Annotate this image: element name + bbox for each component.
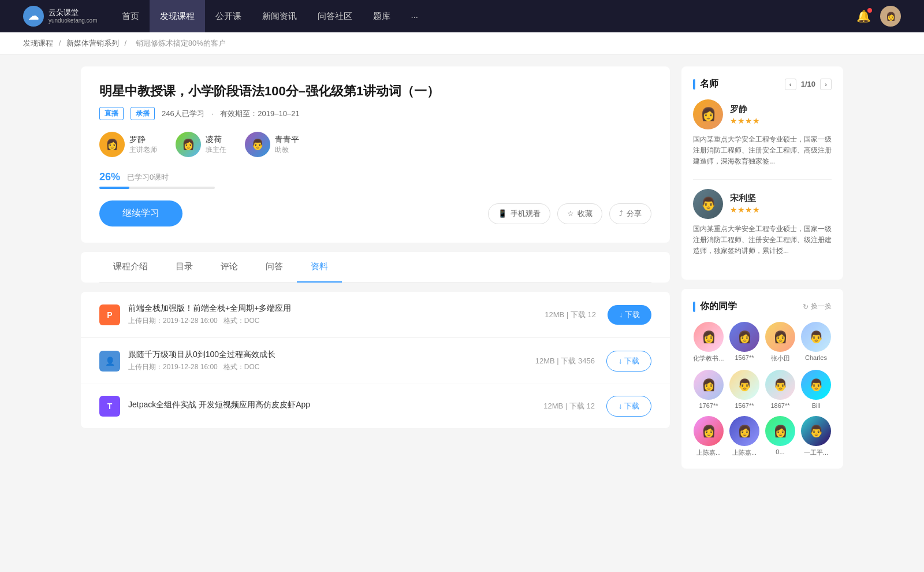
resource-icon-3: T bbox=[99, 396, 120, 417]
classmate-12-avatar: 👨 bbox=[801, 416, 831, 446]
classmate-6[interactable]: 👨 1567** bbox=[729, 370, 760, 409]
classmate-10[interactable]: 👩 上陈嘉... bbox=[729, 416, 760, 457]
teacher-1-avatar: 👩 bbox=[99, 132, 125, 157]
tab-comments[interactable]: 评论 bbox=[207, 252, 252, 283]
classmate-5-name: 1767** bbox=[699, 402, 718, 409]
classmate-12[interactable]: 👨 一工平... bbox=[800, 416, 832, 457]
refresh-label: 换一换 bbox=[811, 302, 832, 311]
classmate-2-name: 1567** bbox=[735, 354, 754, 361]
nav-discover[interactable]: 发现课程 bbox=[150, 0, 205, 32]
nav-right: 🔔 👩 bbox=[856, 6, 901, 27]
teacher-3-role: 助教 bbox=[275, 145, 299, 155]
classmate-11[interactable]: 👩 0... bbox=[765, 416, 796, 457]
prev-teacher-btn[interactable]: ‹ bbox=[785, 79, 796, 90]
bell-icon[interactable]: 🔔 bbox=[856, 9, 871, 23]
resource-info-1: 前端全栈加强版！前端全栈+全周期+多端应用 上传日期：2019-12-28 16… bbox=[128, 303, 545, 326]
resource-title-2: 跟随千万级项目从0到100全过程高效成长 bbox=[128, 350, 535, 360]
teacher-2-avatar: 👩 bbox=[176, 132, 201, 157]
classmate-7[interactable]: 👨 1867** bbox=[765, 370, 796, 409]
resource-stats-1: 12MB | 下载 12 bbox=[545, 310, 596, 320]
course-meta: 直播 录播 246人已学习 · 有效期至：2019–10–21 bbox=[99, 107, 651, 120]
course-header-card: 明星中教授课，小学阶段语法100分–强化级第1讲动词（一） 直播 录播 246人… bbox=[81, 66, 670, 243]
classmate-8[interactable]: 👨 Bill bbox=[800, 370, 832, 409]
classmate-9[interactable]: 👩 上陈嘉... bbox=[693, 416, 724, 457]
collect-label: 收藏 bbox=[578, 209, 593, 219]
sidebar-teacher-1-avatar: 👩 bbox=[693, 99, 723, 129]
resource-stats-3: 12MB | 下载 12 bbox=[543, 401, 595, 411]
tab-resources[interactable]: 资料 bbox=[297, 252, 342, 283]
share-label: 分享 bbox=[627, 209, 642, 219]
download-button-2[interactable]: ↓ 下载 bbox=[606, 351, 651, 372]
tab-catalog[interactable]: 目录 bbox=[162, 252, 207, 283]
breadcrumb-sep2: / bbox=[124, 39, 128, 47]
classmate-5[interactable]: 👩 1767** bbox=[693, 370, 724, 409]
nav-items: 首页 发现课程 公开课 新闻资讯 问答社区 题库 ··· bbox=[111, 0, 856, 32]
tabs-list: 课程介绍 目录 评论 问答 资料 bbox=[99, 252, 651, 283]
progress-desc: 已学习0课时 bbox=[127, 172, 169, 183]
nav-news[interactable]: 新闻资讯 bbox=[252, 0, 307, 32]
share-button[interactable]: ⤴ 分享 bbox=[609, 203, 651, 224]
logo-text: 云朵课堂 yunduoketang.com bbox=[49, 8, 98, 24]
resource-icon-2: 👤 bbox=[99, 351, 120, 372]
breadcrumb: 发现课程 / 新媒体营销系列 / 销冠修炼术搞定80%的客户 bbox=[0, 32, 924, 55]
sidebar-teacher-2-stars: ★★★★ bbox=[730, 205, 760, 214]
download-button-3[interactable]: ↓ 下载 bbox=[606, 396, 651, 417]
sidebar-right: 名师 ‹ 1/10 › 👩 罗静 ★★★★ 国内某重点大学安全工程专业硕士，国家… bbox=[681, 66, 843, 478]
resource-meta-1: 上传日期：2019-12-28 16:00 格式：DOC bbox=[128, 316, 545, 326]
teacher-divider bbox=[693, 179, 832, 180]
resource-item-1: P 前端全栈加强版！前端全栈+全周期+多端应用 上传日期：2019-12-28 … bbox=[81, 292, 670, 338]
continue-button[interactable]: 继续学习 bbox=[99, 200, 182, 226]
course-title: 明星中教授课，小学阶段语法100分–强化级第1讲动词（一） bbox=[99, 83, 651, 100]
navbar: ☁ 云朵课堂 yunduoketang.com 首页 发现课程 公开课 新闻资讯… bbox=[0, 0, 924, 32]
nav-qa[interactable]: 问答社区 bbox=[307, 0, 363, 32]
sidebar-teacher-1-info: 罗静 ★★★★ bbox=[730, 104, 760, 125]
teacher-1-info: 罗静 主讲老师 bbox=[129, 135, 157, 155]
tabs-and-resources: 课程介绍 目录 评论 问答 资料 P 前端全栈加强版！前端全栈+全周期+多端应用… bbox=[81, 252, 670, 428]
resource-info-3: Jetpack全组件实战 开发短视频应用高仿皮皮虾App bbox=[128, 400, 543, 413]
collect-button[interactable]: ☆ 收藏 bbox=[557, 203, 602, 224]
refresh-classmates-btn[interactable]: ↻ 换一换 bbox=[803, 302, 832, 311]
classmate-2[interactable]: 👩 1567** bbox=[729, 322, 760, 363]
tab-intro[interactable]: 课程介绍 bbox=[99, 252, 162, 283]
nav-more[interactable]: ··· bbox=[401, 0, 429, 32]
classmate-6-name: 1567** bbox=[735, 402, 754, 409]
breadcrumb-discover[interactable]: 发现课程 bbox=[23, 39, 53, 47]
logo[interactable]: ☁ 云朵课堂 yunduoketang.com bbox=[23, 6, 98, 27]
classmate-3[interactable]: 👩 张小田 bbox=[765, 322, 796, 363]
mobile-icon: 📱 bbox=[498, 209, 507, 218]
next-teacher-btn[interactable]: › bbox=[820, 79, 832, 90]
tab-qa[interactable]: 问答 bbox=[252, 252, 297, 283]
classmate-4[interactable]: 👨 Charles bbox=[800, 322, 832, 363]
classmate-3-name: 张小田 bbox=[771, 354, 790, 363]
share-icon: ⤴ bbox=[619, 209, 623, 218]
classmates-sidebar-card: 你的同学 ↻ 换一换 👩 化学教书... 👩 1567** 👩 bbox=[681, 289, 843, 469]
mobile-watch-button[interactable]: 📱 手机观看 bbox=[488, 203, 550, 224]
sidebar-teacher-1-name: 罗静 bbox=[730, 104, 760, 115]
classmate-9-avatar: 👩 bbox=[694, 416, 724, 446]
classmate-8-avatar: 👨 bbox=[801, 370, 831, 400]
classmate-1[interactable]: 👩 化学教书... bbox=[693, 322, 724, 363]
classmate-12-name: 一工平... bbox=[804, 448, 828, 457]
progress-label: 26% 已学习0课时 bbox=[99, 171, 651, 183]
teachers-sidebar-card: 名师 ‹ 1/10 › 👩 罗静 ★★★★ 国内某重点大学安全工程专业硕士，国家… bbox=[681, 66, 843, 280]
user-avatar-nav[interactable]: 👩 bbox=[880, 6, 901, 27]
classmate-5-avatar: 👩 bbox=[694, 370, 724, 400]
nav-quiz[interactable]: 题库 bbox=[363, 0, 401, 32]
breadcrumb-series[interactable]: 新媒体营销系列 bbox=[66, 39, 119, 47]
download-button-1[interactable]: ↓ 下载 bbox=[608, 305, 651, 325]
nav-public[interactable]: 公开课 bbox=[205, 0, 252, 32]
classmate-1-avatar: 👩 bbox=[694, 322, 724, 352]
classmate-10-avatar: 👩 bbox=[729, 416, 759, 446]
nav-home[interactable]: 首页 bbox=[111, 0, 150, 32]
resource-list: P 前端全栈加强版！前端全栈+全周期+多端应用 上传日期：2019-12-28 … bbox=[81, 292, 670, 428]
classmate-8-name: Bill bbox=[812, 402, 821, 409]
classmate-2-avatar: 👩 bbox=[729, 322, 759, 352]
sep-dot: · bbox=[211, 109, 214, 118]
classmate-11-avatar: 👩 bbox=[765, 416, 795, 446]
expire-date: 有效期至：2019–10–21 bbox=[220, 109, 299, 119]
breadcrumb-sep1: / bbox=[59, 39, 63, 47]
classmates-header: 你的同学 ↻ 换一换 bbox=[693, 300, 832, 313]
action-buttons: 📱 手机观看 ☆ 收藏 ⤴ 分享 bbox=[488, 203, 651, 224]
classmate-3-avatar: 👩 bbox=[765, 322, 795, 352]
sidebar-teacher-1-stars: ★★★★ bbox=[730, 116, 760, 125]
